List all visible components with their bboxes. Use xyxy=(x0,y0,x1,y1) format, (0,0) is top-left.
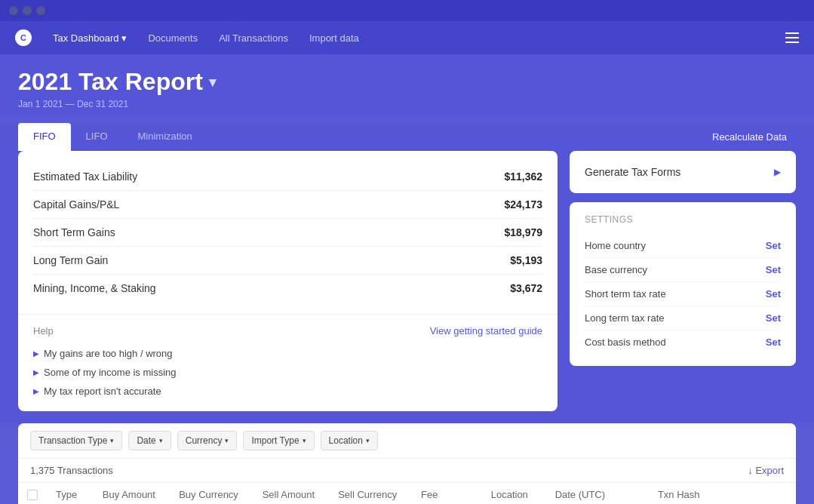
help-label: Help xyxy=(33,325,54,337)
filter-import-type[interactable]: Import Type ▾ xyxy=(243,431,314,450)
settings-cost-basis: Cost basis method Set xyxy=(585,330,781,354)
settings-short-term-rate: Short term tax rate Set xyxy=(585,282,781,306)
nav-all-transactions[interactable]: All Transactions xyxy=(219,32,288,44)
col-sell-currency: Sell Currency xyxy=(329,483,412,504)
settings-title: Settings xyxy=(585,214,781,225)
tabs-bar: FIFO LIFO Minimization Recalculate Data xyxy=(0,123,814,151)
getting-started-link[interactable]: View getting started guide xyxy=(430,325,542,337)
tab-fifo[interactable]: FIFO xyxy=(18,123,71,151)
tab-minimization[interactable]: Minimization xyxy=(123,123,207,151)
col-sell-amount: Sell Amount xyxy=(253,483,329,504)
filter-date[interactable]: Date ▾ xyxy=(128,431,170,450)
generate-forms-card: Generate Tax Forms ▶ xyxy=(570,151,796,193)
col-location: Location xyxy=(482,483,546,504)
settings-base-currency: Base currency Set xyxy=(585,258,781,282)
help-item-income[interactable]: ▶ Some of my income is missing xyxy=(33,363,542,382)
nav-documents[interactable]: Documents xyxy=(148,32,198,44)
dot-green[interactable] xyxy=(36,6,45,15)
select-all-checkbox[interactable] xyxy=(27,490,38,500)
set-short-term-rate-button[interactable]: Set xyxy=(766,288,781,300)
summary-row-capital-gains: Capital Gains/P&L $24,173 xyxy=(33,191,542,219)
filter-chevron-icon: ▾ xyxy=(366,437,370,444)
col-buy-amount: Buy Amount xyxy=(94,483,170,504)
tab-lifo[interactable]: LIFO xyxy=(71,123,123,151)
settings-card: Settings Home country Set Base currency … xyxy=(570,202,796,366)
page-date-range: Jan 1 2021 — Dec 31 2021 xyxy=(18,99,796,109)
summary-row-tax-liability: Estimated Tax Liability $11,362 xyxy=(33,163,542,191)
col-fee: Fee xyxy=(412,483,482,504)
main-content: Estimated Tax Liability $11,362 Capital … xyxy=(0,151,814,423)
transactions-count: 1,375 Transactions xyxy=(30,465,113,476)
navbar: C Tax Dashboard ▾ Documents All Transact… xyxy=(0,21,814,54)
transactions-header: 1,375 Transactions ↓ Export xyxy=(18,459,796,483)
method-tabs: FIFO LIFO Minimization xyxy=(18,123,207,151)
transactions-table: Type Buy Amount Buy Currency Sell Amount… xyxy=(18,483,796,504)
transactions-section: Transaction Type ▾ Date ▾ Currency ▾ Imp… xyxy=(18,423,796,504)
select-all-column xyxy=(18,483,47,504)
filter-chevron-icon: ▾ xyxy=(225,437,229,444)
title-bar xyxy=(0,0,814,21)
filter-location[interactable]: Location ▾ xyxy=(321,431,378,450)
generate-forms-button[interactable]: Generate Tax Forms ▶ xyxy=(570,151,796,193)
bullet-icon: ▶ xyxy=(33,387,39,395)
nav-import-data[interactable]: Import data xyxy=(309,32,359,44)
help-section: Help View getting started guide ▶ My gai… xyxy=(18,314,558,411)
dot-red[interactable] xyxy=(9,6,18,15)
right-panel: Generate Tax Forms ▶ Settings Home count… xyxy=(570,151,796,411)
filters-bar: Transaction Type ▾ Date ▾ Currency ▾ Imp… xyxy=(18,423,796,459)
filter-chevron-icon: ▾ xyxy=(110,437,114,444)
settings-home-country: Home country Set xyxy=(585,234,781,258)
nav-logo: C xyxy=(15,29,32,46)
generate-forms-arrow-icon: ▶ xyxy=(774,167,781,177)
summary-card: Estimated Tax Liability $11,362 Capital … xyxy=(18,151,558,411)
summary-row-long-term: Long Term Gain $5,193 xyxy=(33,247,542,275)
help-item-accuracy[interactable]: ▶ My tax report isn't accurate xyxy=(33,382,542,401)
col-type: Type xyxy=(47,483,94,504)
summary-row-short-term: Short Term Gains $18,979 xyxy=(33,219,542,247)
summary-rows: Estimated Tax Liability $11,362 Capital … xyxy=(18,151,558,314)
help-item-gains[interactable]: ▶ My gains are too high / wrong xyxy=(33,344,542,363)
page-title: 2021 Tax Report ▾ xyxy=(18,68,796,96)
hamburger-menu-icon[interactable] xyxy=(785,32,799,43)
filter-transaction-type[interactable]: Transaction Type ▾ xyxy=(30,431,122,450)
set-long-term-rate-button[interactable]: Set xyxy=(766,312,781,324)
col-buy-currency: Buy Currency xyxy=(170,483,253,504)
filter-currency[interactable]: Currency ▾ xyxy=(177,431,238,450)
set-cost-basis-button[interactable]: Set xyxy=(766,337,781,348)
bullet-icon: ▶ xyxy=(33,368,39,376)
page-header: 2021 Tax Report ▾ Jan 1 2021 — Dec 31 20… xyxy=(0,54,814,117)
bullet-icon: ▶ xyxy=(33,349,39,358)
export-button[interactable]: ↓ Export xyxy=(748,465,784,476)
set-base-currency-button[interactable]: Set xyxy=(766,264,781,275)
transactions-table-wrapper: Type Buy Amount Buy Currency Sell Amount… xyxy=(18,483,796,504)
set-home-country-button[interactable]: Set xyxy=(766,240,781,251)
col-date: Date (UTC) xyxy=(546,483,649,504)
summary-row-mining: Mining, Income, & Staking $3,672 xyxy=(33,275,542,302)
col-txn-hash: Txn Hash xyxy=(649,483,752,504)
dot-yellow[interactable] xyxy=(23,6,32,15)
col-actions xyxy=(752,483,796,504)
page-title-chevron-icon[interactable]: ▾ xyxy=(209,74,216,91)
nav-brand[interactable]: Tax Dashboard ▾ xyxy=(53,32,127,44)
settings-long-term-rate: Long term tax rate Set xyxy=(585,306,781,330)
filter-chevron-icon: ▾ xyxy=(159,437,163,444)
recalculate-button[interactable]: Recalculate Data xyxy=(703,127,796,147)
filter-chevron-icon: ▾ xyxy=(303,437,306,444)
table-header: Type Buy Amount Buy Currency Sell Amount… xyxy=(18,483,796,504)
